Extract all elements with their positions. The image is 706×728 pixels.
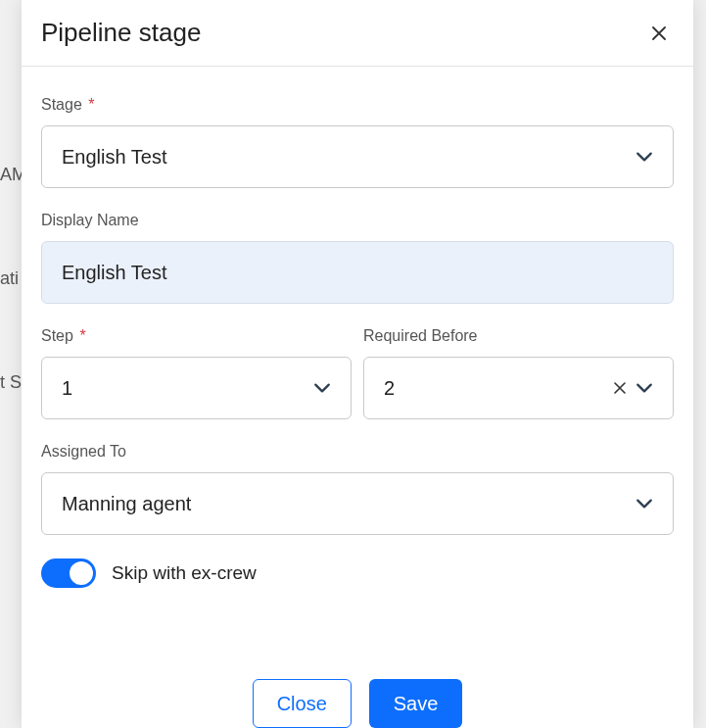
close-button[interactable]: Close (253, 679, 352, 728)
modal-body: Stage * English Test Display Name Englis… (22, 67, 693, 663)
step-field-group: Step * 1 (41, 327, 352, 419)
clear-icon[interactable] (614, 379, 626, 397)
required-asterisk: * (79, 327, 85, 344)
step-select[interactable]: 1 (41, 357, 352, 419)
backdrop-fragment: t S (0, 372, 22, 393)
stage-select[interactable]: English Test (41, 125, 674, 188)
assigned-to-field-group: Assigned To Manning agent (41, 443, 674, 535)
display-name-value: English Test (62, 262, 166, 284)
chevron-down-icon (635, 148, 653, 166)
step-select-value: 1 (62, 377, 72, 400)
stage-field-group: Stage * English Test (41, 96, 674, 188)
display-name-field-group: Display Name English Test (41, 212, 674, 304)
skip-ex-crew-label: Skip with ex-crew (112, 562, 257, 584)
chevron-down-icon (313, 379, 331, 397)
assigned-to-select[interactable]: Manning agent (41, 472, 674, 535)
assigned-to-label: Assigned To (41, 443, 674, 461)
display-name-label: Display Name (41, 212, 674, 229)
skip-ex-crew-toggle[interactable] (41, 558, 96, 588)
toggle-knob (70, 561, 93, 585)
pipeline-stage-modal: Pipeline stage Stage * English Test Disp… (22, 0, 693, 728)
stage-label-text: Stage (41, 96, 82, 113)
required-before-field-group: Required Before 2 (363, 327, 674, 419)
chevron-down-icon (635, 379, 653, 397)
save-button[interactable]: Save (369, 679, 463, 728)
assigned-to-value: Manning agent (62, 493, 191, 515)
required-asterisk: * (88, 96, 94, 113)
close-icon[interactable] (646, 20, 672, 47)
stage-label: Stage * (41, 96, 674, 114)
step-row: Step * 1 Required Before 2 (41, 327, 674, 443)
select-actions (614, 379, 653, 397)
chevron-down-icon (635, 495, 653, 512)
stage-select-value: English Test (62, 146, 166, 169)
required-before-value: 2 (384, 377, 395, 400)
required-before-label: Required Before (363, 327, 674, 345)
modal-header: Pipeline stage (22, 0, 693, 67)
modal-footer: Close Save (22, 663, 693, 728)
backdrop-fragment: ati (0, 268, 19, 289)
step-label-text: Step (41, 327, 73, 344)
step-label: Step * (41, 327, 352, 345)
display-name-input[interactable]: English Test (41, 241, 674, 304)
required-before-select[interactable]: 2 (363, 357, 674, 419)
modal-title: Pipeline stage (41, 18, 201, 48)
skip-ex-crew-row: Skip with ex-crew (41, 558, 674, 588)
